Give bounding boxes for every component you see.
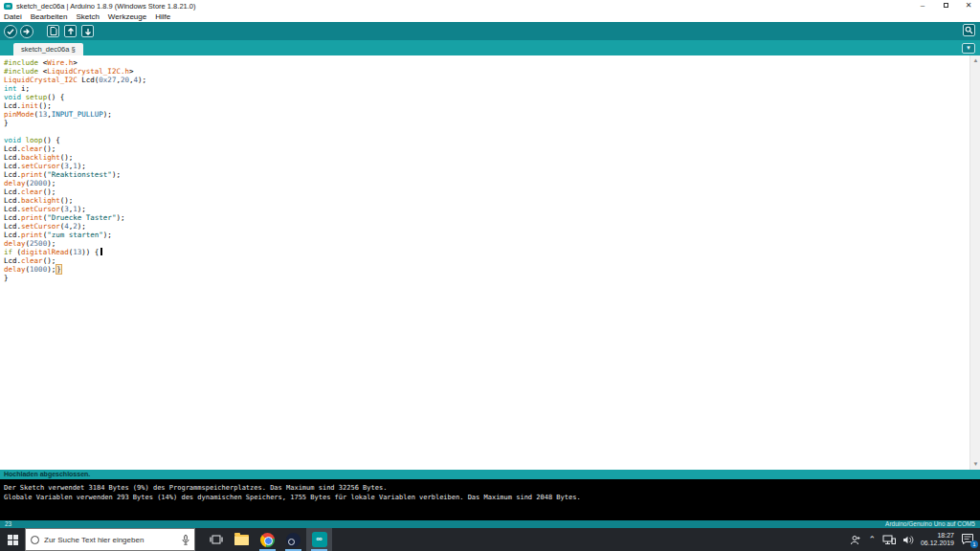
down-arrow-icon: [84, 28, 92, 35]
task-view-icon: [210, 534, 223, 545]
window-controls: – ✕: [911, 0, 980, 11]
right-arrow-icon: [23, 28, 31, 35]
code-line: #include <Wire.h>: [4, 58, 967, 67]
code-line: if (digitalRead(13)) {: [4, 248, 967, 256]
arduino-taskbar-button[interactable]: ∞: [306, 528, 332, 551]
new-sketch-button[interactable]: [47, 25, 59, 37]
title-bar: ∞ sketch_dec06a | Arduino 1.8.9 (Windows…: [0, 0, 980, 11]
code-line: pinMode(13,INPUT_PULLUP);: [4, 110, 967, 119]
window-title: sketch_dec06a | Arduino 1.8.9 (Windows S…: [16, 2, 195, 11]
open-sketch-button[interactable]: [64, 25, 77, 37]
code-line: #include <LiquidCrystal_I2C.h>: [4, 67, 967, 76]
upload-button[interactable]: [20, 25, 33, 38]
arduino-app-icon: ∞: [4, 3, 12, 10]
windows-logo-icon: [8, 535, 18, 545]
code-line: Lcd.clear();: [4, 144, 967, 153]
status-bar: Hochladen abgeschlossen.: [0, 470, 980, 479]
console-output: Der Sketch verwendet 3184 Bytes (9%) des…: [0, 479, 980, 520]
menu-werkzeuge[interactable]: Werkzeuge: [108, 12, 146, 21]
clock-time: 18:27: [921, 532, 954, 540]
windows-taskbar: Zur Suche Text hier eingeben ∞ ⌃ 18:27 0…: [0, 528, 980, 551]
code-line: int i;: [4, 84, 967, 93]
up-arrow-icon: [67, 28, 75, 35]
menu-hilfe[interactable]: Hilfe: [155, 12, 170, 21]
code-line: void loop() {: [4, 136, 967, 144]
arduino-icon: ∞: [312, 532, 327, 547]
microphone-icon[interactable]: [182, 535, 189, 545]
menu-bearbeiten[interactable]: Bearbeiten: [31, 12, 68, 21]
code-line: Lcd.print("Reaktionstest");: [4, 170, 967, 179]
code-line: Lcd.print("Druecke Taster");: [4, 213, 967, 222]
hidden-icons-chevron[interactable]: ⌃: [868, 535, 876, 544]
status-message: Hochladen abgeschlossen.: [4, 471, 90, 477]
current-line-indicator: 23: [5, 520, 11, 528]
code-line: Lcd.backlight();: [4, 196, 967, 205]
close-button[interactable]: ✕: [957, 0, 980, 11]
code-line: Lcd.setCursor(4,2);: [4, 222, 967, 231]
code-line: delay(2000);: [4, 179, 967, 187]
file-explorer-button[interactable]: [229, 528, 255, 551]
task-view-button[interactable]: [203, 528, 229, 551]
console-line: Der Sketch verwendet 3184 Bytes (9%) des…: [4, 483, 980, 493]
start-button[interactable]: [0, 528, 25, 551]
verify-button[interactable]: [4, 25, 17, 38]
clock-date: 06.12.2019: [921, 540, 954, 547]
console-line: Globale Variablen verwenden 293 Bytes (1…: [4, 493, 980, 502]
code-line: Lcd.print("zum starten");: [4, 231, 967, 239]
notification-badge: 1: [970, 540, 978, 548]
code-line: Lcd.setCursor(3,1);: [4, 205, 967, 213]
search-input[interactable]: Zur Suche Text hier eingeben: [44, 536, 177, 544]
tab-bar: sketch_dec06a § ▼: [0, 40, 980, 55]
speaker-icon[interactable]: [902, 535, 914, 545]
taskbar-clock[interactable]: 18:27 06.12.2019: [921, 532, 954, 547]
taskbar-search[interactable]: Zur Suche Text hier eingeben: [25, 528, 195, 551]
code-line: LiquidCrystal_I2C Lcd(0x27,20,4);: [4, 76, 967, 84]
editor-footer-strip: 23 Arduino/Genuino Uno auf COM5: [0, 520, 980, 528]
toolbar: [0, 22, 980, 40]
steam-icon: [286, 533, 301, 547]
code-line: [4, 127, 967, 136]
restore-button[interactable]: [934, 0, 957, 11]
save-sketch-button[interactable]: [81, 25, 94, 37]
editor-scrollbar[interactable]: ▲ ▼: [969, 55, 980, 470]
code-line: }: [4, 274, 967, 282]
code-line: void setup() {: [4, 93, 967, 101]
people-icon[interactable]: [850, 535, 861, 545]
magnifier-icon: [965, 26, 973, 34]
code-line: Lcd.clear();: [4, 256, 967, 265]
menu-bar: Datei Bearbeiten Sketch Werkzeuge Hilfe: [0, 11, 980, 22]
board-port-label: Arduino/Genuino Uno auf COM5: [885, 520, 975, 528]
tab-sketch-dec06a[interactable]: sketch_dec06a §: [13, 43, 83, 55]
action-center-button[interactable]: 1: [961, 533, 976, 546]
cortana-icon: [31, 536, 39, 544]
code-line: delay(1000);}: [4, 265, 967, 274]
code-editor[interactable]: #include <Wire.h>#include <LiquidCrystal…: [0, 55, 980, 470]
tab-list-dropdown[interactable]: ▼: [962, 43, 975, 54]
code-line: Lcd.clear();: [4, 187, 967, 196]
chrome-icon: [260, 533, 275, 547]
scroll-down-icon[interactable]: ▼: [970, 459, 980, 470]
network-icon[interactable]: [882, 535, 896, 545]
code-line: delay(2500);: [4, 239, 967, 248]
menu-datei[interactable]: Datei: [4, 12, 22, 21]
folder-icon: [234, 535, 249, 545]
code-line: Lcd.init();: [4, 101, 967, 110]
check-icon: [7, 28, 14, 35]
new-document-icon: [50, 27, 57, 35]
minimize-button[interactable]: –: [911, 0, 934, 11]
chrome-button[interactable]: [255, 528, 280, 551]
system-tray: ⌃ 18:27 06.12.2019 1: [850, 528, 980, 551]
scroll-up-icon[interactable]: ▲: [970, 55, 980, 66]
code-line: Lcd.setCursor(3,1);: [4, 162, 967, 170]
code-line: Lcd.backlight();: [4, 153, 967, 162]
arduino-ide-window: ∞ sketch_dec06a | Arduino 1.8.9 (Windows…: [0, 0, 980, 551]
restore-icon: [944, 3, 948, 8]
steam-button[interactable]: [280, 528, 306, 551]
serial-monitor-button[interactable]: [963, 24, 975, 36]
code-line: }: [4, 119, 967, 127]
menu-sketch[interactable]: Sketch: [76, 12, 99, 21]
code-lines: #include <Wire.h>#include <LiquidCrystal…: [0, 55, 980, 282]
